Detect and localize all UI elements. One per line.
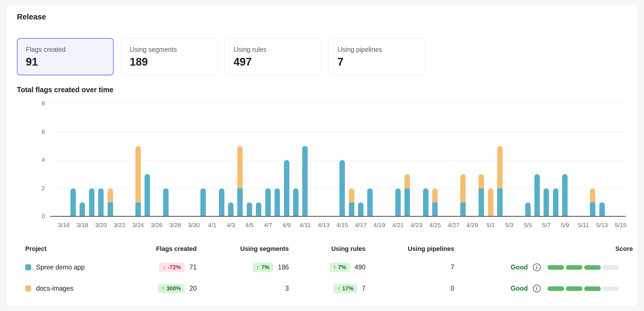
bar-segment-docs-images [404, 174, 410, 188]
stat-card-using-pipelines[interactable]: Using pipelines7 [329, 38, 425, 75]
trend-delta: -72% [168, 264, 181, 271]
score-cell: Goodi [511, 285, 633, 292]
y-axis-label-6: 6 [28, 128, 45, 135]
bar-5-2 [497, 146, 503, 216]
stat-card-using-rules[interactable]: Using rules497 [225, 38, 321, 75]
bar-segment-docs-images [349, 188, 354, 202]
stat-card-using-segments[interactable]: Using segments189 [121, 38, 218, 75]
bar-4-21 [395, 188, 401, 217]
metric-cell-flags-created: ↓-72%71 [159, 263, 197, 272]
bar-segment-spree-demo-app [534, 174, 540, 216]
y-axis-label-0: 0 [28, 213, 45, 220]
projects-table: ProjectFlags createdUsing segmentsUsing … [17, 241, 632, 299]
bar-4-25 [432, 188, 438, 217]
bar-4-28 [460, 174, 466, 216]
stat-cards-row: Flags created91Using segments189Using ru… [17, 38, 425, 75]
stat-card-value: 7 [337, 56, 416, 68]
projects-table-header: ProjectFlags createdUsing segmentsUsing … [17, 241, 632, 257]
page-title: Release [17, 13, 46, 21]
metric-cell-using-pipelines: 0 [451, 285, 454, 292]
bar-segment-spree-demo-app [544, 188, 549, 217]
bar-4-7 [265, 188, 271, 217]
trend-badge-negative: ↓-72% [159, 263, 185, 272]
table-row-spree-demo-app: Spree demo app↓-72%71↑7%186↑7%4907Goodi [17, 257, 632, 278]
bar-segment-spree-demo-app [219, 188, 224, 217]
bar-5-12 [590, 188, 595, 217]
arrow-up-icon: ↑ [337, 285, 340, 292]
bar-segment-spree-demo-app [460, 202, 466, 216]
metric-cell-using-segments: ↑7%186 [253, 263, 289, 272]
bar-segment-spree-demo-app [432, 202, 438, 216]
trend-delta: 7% [338, 264, 346, 271]
bar-segment-spree-demo-app [145, 174, 150, 216]
score-segment-empty [602, 286, 619, 291]
projects-table-body: Spree demo app↓-72%71↑7%186↑7%4907Goodid… [17, 257, 632, 299]
bar-segment-spree-demo-app [590, 202, 595, 216]
bar-3-18 [80, 202, 85, 216]
metric-cell-using-rules: ↑7%490 [329, 263, 366, 272]
bar-4-5 [247, 202, 252, 216]
x-axis-label-5-15: 5/15 [609, 222, 633, 229]
bar-segment-docs-images [590, 188, 595, 202]
bar-5-9 [562, 174, 568, 216]
stat-card-label: Flags created [26, 46, 105, 54]
score-cell: Goodi [511, 263, 633, 271]
bar-segment-docs-images [237, 146, 243, 188]
trend-badge-positive: ↑7% [329, 263, 350, 272]
stat-card-flags-created[interactable]: Flags created91 [17, 38, 114, 75]
bar-segment-docs-images [135, 146, 141, 202]
bar-segment-docs-images [488, 188, 493, 217]
column-header-project: Project [17, 245, 131, 253]
project-name: docs-images [36, 285, 73, 292]
bar-segment-spree-demo-app [293, 188, 299, 217]
project-cell: Spree demo app [17, 263, 131, 271]
metric-value: 20 [189, 285, 197, 292]
score-bar [548, 286, 619, 291]
bar-segment-spree-demo-app [247, 202, 252, 216]
stat-card-value: 91 [26, 56, 105, 68]
info-icon[interactable]: i [533, 285, 541, 292]
bar-5-5 [525, 202, 531, 216]
bar-segment-spree-demo-app [395, 188, 401, 217]
bar-segment-spree-demo-app [237, 188, 243, 217]
metric-value: 186 [278, 263, 289, 271]
bar-3-31 [200, 188, 206, 217]
info-icon[interactable]: i [533, 263, 541, 271]
bar-segment-docs-images [460, 174, 466, 202]
bar-4-4 [237, 146, 243, 216]
score-bar [548, 265, 619, 270]
metric-cell-using-segments: 3 [285, 285, 289, 292]
bar-segment-docs-images [432, 188, 438, 202]
column-header-using-pipelines: Using pipelines [408, 245, 454, 253]
y-axis-label-8: 8 [28, 100, 45, 107]
metric-value: 3 [285, 285, 289, 292]
score-segment-filled [548, 286, 564, 291]
flags-over-time-chart: 024683/163/183/203/223/243/263/283/304/1… [17, 98, 635, 235]
x-axis-line [50, 216, 626, 217]
metric-cell-using-pipelines: 7 [451, 263, 454, 271]
bar-4-24 [423, 188, 428, 217]
score-segment-empty [602, 265, 619, 270]
bar-segment-spree-demo-app [404, 188, 410, 217]
bar-segment-spree-demo-app [108, 202, 113, 216]
bar-segment-docs-images [108, 188, 113, 202]
bar-segment-spree-demo-app [70, 188, 76, 217]
arrow-up-icon: ↑ [333, 264, 336, 271]
bar-4-10 [293, 188, 299, 217]
series-color-swatch [25, 286, 31, 292]
bar-segment-spree-demo-app [302, 146, 308, 216]
bar-segment-spree-demo-app [358, 202, 364, 216]
bar-segment-docs-images [479, 174, 484, 188]
bar-segment-spree-demo-app [479, 188, 484, 217]
metric-value: 71 [189, 263, 197, 271]
bar-5-7 [544, 188, 549, 217]
bar-4-3 [228, 202, 234, 216]
bar-3-19 [89, 188, 94, 217]
bar-segment-spree-demo-app [284, 160, 289, 216]
bar-segment-spree-demo-app [98, 188, 104, 217]
bar-3-21 [108, 188, 113, 217]
column-header-flags-created: Flags created [156, 245, 197, 253]
bar-segment-spree-demo-app [599, 202, 605, 216]
bar-4-15 [339, 160, 345, 216]
metric-value: 0 [451, 285, 454, 292]
